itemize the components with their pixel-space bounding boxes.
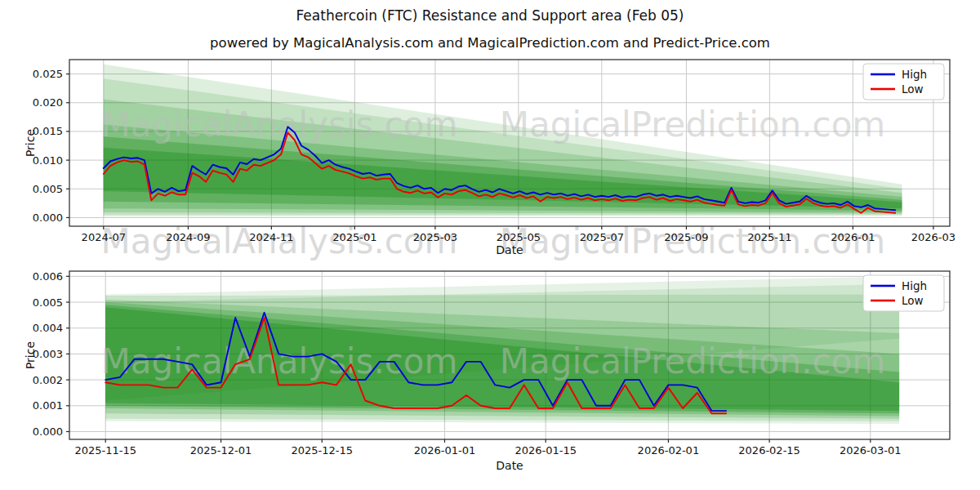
x-tick-label: 2024-11: [249, 231, 293, 243]
x-tick-label: 2025-11-15: [74, 444, 136, 457]
top-chart-xlabel: Date: [496, 243, 523, 256]
bottom-chart-xlabel: Date: [496, 459, 523, 472]
x-tick-label: 2025-07: [580, 231, 624, 243]
legend-high-label: High: [902, 68, 927, 81]
y-tick-label: 0.005: [33, 296, 63, 309]
legend: HighLow: [863, 275, 944, 311]
legend-high-label: High: [902, 279, 927, 292]
x-tick-label: 2025-12-15: [291, 444, 353, 457]
figure: Feathercoin (FTC) Resistance and Support…: [0, 0, 980, 490]
x-tick-label: 2025-03: [413, 231, 457, 243]
x-tick-label: 2026-03: [911, 231, 956, 243]
figure-subtitle: powered by MagicalAnalysis.com and Magic…: [0, 35, 980, 51]
legend: HighLow: [863, 64, 944, 100]
x-tick-label: 2026-01-15: [514, 444, 577, 457]
chart-panel-top: MagicalAnalysis.comMagicalPrediction.com…: [33, 60, 956, 243]
y-tick-label: 0.020: [33, 96, 63, 109]
figure-title: Feathercoin (FTC) Resistance and Support…: [0, 7, 980, 24]
x-tick-label: 2024-09: [166, 231, 210, 243]
x-tick-label: 2025-01: [332, 231, 376, 243]
top-chart-ylabel: Price: [24, 129, 37, 157]
x-tick-label: 2025-05: [497, 231, 541, 243]
y-tick-label: 0.001: [33, 399, 63, 412]
x-tick-label: 2025-12-01: [190, 444, 252, 457]
bottom-chart-ylabel: Price: [24, 341, 37, 369]
y-tick-label: 0.006: [33, 270, 63, 283]
y-tick-label: 0.005: [33, 183, 63, 195]
x-tick-label: 2025-11: [747, 231, 791, 243]
y-tick-label: 0.004: [33, 322, 63, 334]
y-tick-label: 0.025: [33, 68, 63, 80]
plots-svg: MagicalAnalysis.comMagicalPrediction.com…: [0, 0, 980, 490]
x-tick-label: 2024-07: [82, 231, 126, 243]
y-tick-label: 0.000: [33, 212, 63, 224]
y-tick-label: 0.015: [33, 125, 63, 137]
watermark-magicalanalysis: MagicalAnalysis.com: [101, 105, 458, 145]
x-tick-label: 2026-02-01: [638, 444, 700, 457]
legend-low-label: Low: [902, 82, 924, 96]
y-tick-label: 0.000: [33, 425, 63, 438]
chart-panel-bottom: MagicalAnalysis.comMagicalPrediction.com…: [33, 270, 950, 457]
x-tick-label: 2026-01-01: [414, 444, 476, 457]
y-tick-label: 0.010: [33, 154, 63, 167]
x-tick-label: 2026-01: [831, 231, 875, 243]
y-tick-label: 0.003: [33, 348, 63, 360]
x-tick-label: 2025-09: [664, 231, 708, 243]
y-tick-label: 0.002: [33, 374, 63, 386]
watermark-magicalprediction: MagicalPrediction.com: [500, 341, 886, 381]
x-tick-label: 2026-02-15: [738, 444, 800, 457]
x-tick-label: 2026-03-01: [840, 444, 902, 457]
watermark-magicalprediction: MagicalPrediction.com: [500, 105, 886, 145]
legend-low-label: Low: [902, 294, 924, 307]
